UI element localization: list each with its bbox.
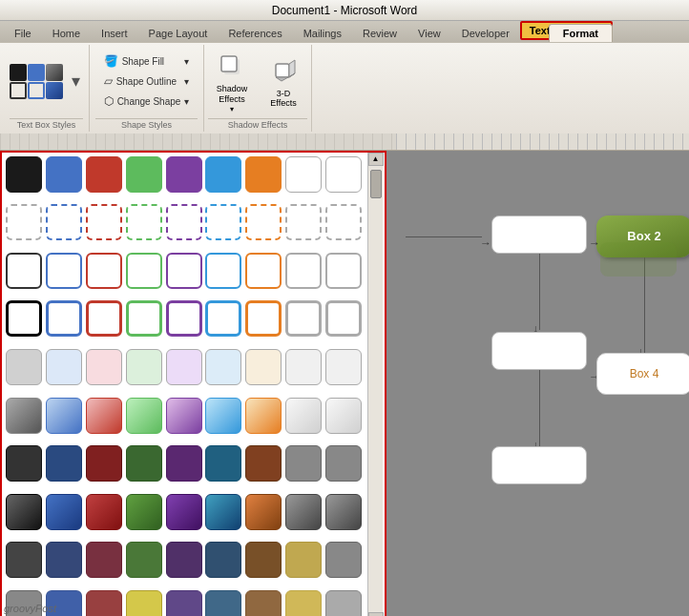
gallery-item[interactable] <box>86 300 122 337</box>
gallery-item[interactable] <box>86 253 122 289</box>
gallery-item[interactable] <box>245 398 282 434</box>
shape-outline-btn[interactable]: ▱ Shape Outline ▾ <box>99 72 195 91</box>
gallery-item[interactable] <box>245 445 282 482</box>
shadow-effects-dropdown-arrow[interactable]: ▾ <box>230 105 234 113</box>
flow-box-5[interactable] <box>491 446 587 484</box>
flow-box-1[interactable] <box>491 216 587 254</box>
style-preview-5[interactable] <box>28 82 45 99</box>
gallery-item[interactable] <box>126 445 162 482</box>
gallery-item[interactable] <box>205 204 241 240</box>
gallery-expand-btn[interactable]: ▾ <box>69 70 83 92</box>
gallery-item[interactable] <box>86 204 122 240</box>
3d-effects-btn[interactable]: 3-DEffects <box>260 51 307 113</box>
gallery-item[interactable] <box>46 349 82 385</box>
gallery-item[interactable] <box>166 349 202 385</box>
gallery-item[interactable] <box>285 445 322 482</box>
gallery-item[interactable] <box>46 494 82 530</box>
gallery-item[interactable] <box>205 590 241 616</box>
gallery-item[interactable] <box>325 300 362 337</box>
gallery-item[interactable] <box>325 349 362 385</box>
tab-developer[interactable]: Developer <box>451 23 520 42</box>
gallery-item[interactable] <box>86 156 122 193</box>
gallery-item[interactable] <box>6 204 42 240</box>
gallery-item[interactable] <box>126 398 162 434</box>
tab-mailings[interactable]: Mailings <box>293 23 352 42</box>
shape-fill-dropdown[interactable]: ▾ <box>184 56 189 67</box>
gallery-item[interactable] <box>46 445 82 482</box>
shape-outline-dropdown[interactable]: ▾ <box>184 76 189 87</box>
gallery-item[interactable] <box>285 204 322 240</box>
gallery-item[interactable] <box>126 156 162 193</box>
gallery-item[interactable] <box>166 300 202 337</box>
gallery-item[interactable] <box>6 156 42 193</box>
tab-view[interactable]: View <box>407 23 451 42</box>
gallery-item[interactable] <box>245 349 282 385</box>
tab-review[interactable]: Review <box>352 23 407 42</box>
gallery-item[interactable] <box>6 542 42 578</box>
gallery-item[interactable] <box>325 542 362 578</box>
gallery-item[interactable] <box>325 156 362 193</box>
gallery-item[interactable] <box>166 398 202 434</box>
style-preview-3[interactable] <box>46 64 63 81</box>
gallery-item[interactable] <box>6 349 42 385</box>
gallery-item[interactable] <box>166 253 202 289</box>
gallery-item[interactable] <box>6 253 42 289</box>
flow-box-4[interactable]: Box 4 <box>596 353 689 395</box>
gallery-item[interactable] <box>126 542 162 578</box>
gallery-item[interactable] <box>205 398 241 434</box>
change-shape-dropdown[interactable]: ▾ <box>184 96 189 107</box>
change-shape-btn[interactable]: ⬡ Change Shape ▾ <box>99 92 195 111</box>
gallery-item[interactable] <box>205 349 241 385</box>
gallery-item[interactable] <box>166 204 202 240</box>
tab-home[interactable]: Home <box>42 23 91 42</box>
tab-page-layout[interactable]: Page Layout <box>138 23 219 42</box>
gallery-item[interactable] <box>325 494 362 530</box>
gallery-item[interactable] <box>205 300 241 337</box>
format-tab[interactable]: Format <box>549 24 613 42</box>
tab-file[interactable]: File <box>4 23 42 42</box>
gallery-item[interactable] <box>166 590 202 616</box>
gallery-item[interactable] <box>6 445 42 482</box>
gallery-item[interactable] <box>6 494 42 530</box>
gallery-item[interactable] <box>86 590 122 616</box>
gallery-item[interactable] <box>285 590 322 616</box>
gallery-item[interactable] <box>6 300 42 337</box>
gallery-item[interactable] <box>86 494 122 530</box>
gallery-item[interactable] <box>205 253 241 289</box>
shape-fill-btn[interactable]: 🪣 Shape Fill ▾ <box>99 51 195 71</box>
gallery-item[interactable] <box>325 398 362 434</box>
gallery-item[interactable] <box>245 156 282 193</box>
style-preview-1[interactable] <box>10 64 27 81</box>
gallery-item[interactable] <box>205 542 241 578</box>
gallery-item[interactable] <box>325 204 362 240</box>
gallery-item[interactable] <box>245 253 282 289</box>
gallery-item[interactable] <box>325 590 362 616</box>
gallery-item[interactable] <box>86 398 122 434</box>
style-preview-2[interactable] <box>28 64 45 81</box>
gallery-item[interactable] <box>245 590 282 616</box>
gallery-item[interactable] <box>166 542 202 578</box>
gallery-item[interactable] <box>6 398 42 434</box>
gallery-item[interactable] <box>245 204 282 240</box>
gallery-item[interactable] <box>46 204 82 240</box>
gallery-item[interactable] <box>325 253 362 289</box>
gallery-item[interactable] <box>205 156 241 193</box>
gallery-item[interactable] <box>86 349 122 385</box>
gallery-item[interactable] <box>285 253 322 289</box>
tab-insert[interactable]: Insert <box>91 23 138 42</box>
gallery-item[interactable] <box>46 542 82 578</box>
gallery-item[interactable] <box>46 300 82 337</box>
gallery-item[interactable] <box>245 300 282 337</box>
gallery-item[interactable] <box>205 494 241 530</box>
gallery-item[interactable] <box>126 349 162 385</box>
gallery-item[interactable] <box>46 398 82 434</box>
gallery-item[interactable] <box>46 253 82 289</box>
scrollbar-up[interactable]: ▲ <box>368 153 384 166</box>
gallery-item[interactable] <box>46 156 82 193</box>
gallery-item[interactable] <box>245 494 282 530</box>
gallery-item[interactable] <box>285 156 322 193</box>
gallery-item[interactable] <box>126 494 162 530</box>
tab-references[interactable]: References <box>218 23 292 42</box>
flow-box-3[interactable] <box>491 332 587 370</box>
gallery-item[interactable] <box>285 494 322 530</box>
